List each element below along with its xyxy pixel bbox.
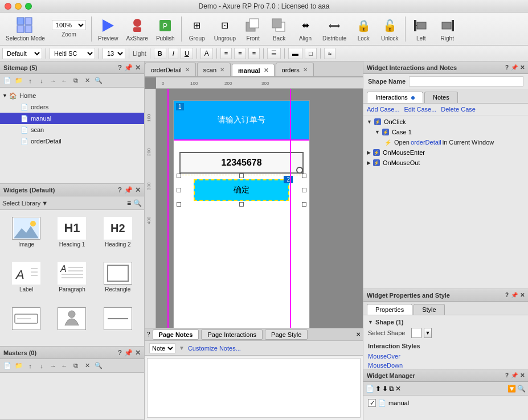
- wm-close-icon[interactable]: ✕: [520, 372, 525, 378]
- handle-bot-left[interactable]: [177, 202, 181, 207]
- rotation-handle[interactable]: [296, 167, 303, 174]
- handle-top-center[interactable]: [239, 174, 244, 178]
- wm-item-checkbox[interactable]: ✓: [368, 399, 376, 407]
- wp-help-icon[interactable]: ?: [505, 292, 509, 298]
- add-case-link[interactable]: Add Case...: [367, 106, 399, 113]
- sitemap-duplicate-button[interactable]: ⧉: [71, 76, 81, 86]
- delete-case-link[interactable]: Delete Case: [441, 106, 476, 113]
- wm-btn-3[interactable]: ⬇: [382, 385, 388, 393]
- handle-mid-right[interactable]: [302, 188, 306, 192]
- masters-indent-button[interactable]: →: [48, 361, 58, 371]
- sitemap-move-up-button[interactable]: ↑: [25, 76, 35, 86]
- font-select[interactable]: Heiti SC: [50, 48, 95, 59]
- wm-btn-4[interactable]: ⧉: [389, 385, 394, 393]
- group-button[interactable]: ⊞ Group: [185, 15, 210, 43]
- wm-btn-2[interactable]: ⬆: [375, 385, 381, 393]
- minimize-button[interactable]: [15, 3, 22, 10]
- masters-move-down-button[interactable]: ↓: [36, 361, 47, 371]
- masters-new-folder-button[interactable]: 📁: [14, 361, 24, 371]
- widgets-close-icon[interactable]: ✕: [135, 186, 141, 194]
- ungroup-button[interactable]: ⊡ Ungroup: [211, 15, 239, 43]
- masters-duplicate-button[interactable]: ⧉: [71, 361, 81, 371]
- wm-help-icon[interactable]: ?: [505, 372, 509, 378]
- masters-pin-icon[interactable]: 📌: [124, 349, 133, 357]
- tab-scan-close[interactable]: ✕: [220, 67, 224, 73]
- wi-tab-notes[interactable]: Notes: [424, 92, 458, 103]
- wm-btn-5[interactable]: ✕: [395, 385, 401, 393]
- wi-close-icon[interactable]: ✕: [520, 64, 525, 71]
- widgets-menu-button[interactable]: ≡: [127, 199, 131, 207]
- wp-tab-style[interactable]: Style: [414, 304, 444, 315]
- wm-item-manual[interactable]: ✓ 📄 manual: [363, 398, 528, 408]
- align-center-button[interactable]: ≡: [234, 48, 245, 59]
- mousedown-style-link[interactable]: MouseDown: [368, 361, 523, 369]
- sitemap-new-page-button[interactable]: 📄: [2, 76, 13, 86]
- tab-manual[interactable]: manual ✕: [232, 64, 275, 77]
- close-button[interactable]: [5, 3, 11, 10]
- selection-mode-button[interactable]: Selection Mode: [2, 15, 48, 43]
- shape-name-input[interactable]: [409, 76, 523, 87]
- axshare-button[interactable]: AxShare: [123, 15, 152, 43]
- wi-help-icon[interactable]: ?: [505, 64, 509, 71]
- widget-form[interactable]: [5, 305, 48, 341]
- customize-notes-link[interactable]: Customize Notes...: [188, 345, 241, 352]
- style-select[interactable]: Default: [2, 48, 42, 59]
- handle-bot-center[interactable]: [239, 202, 244, 207]
- italic-button[interactable]: I: [169, 48, 178, 59]
- underline-button[interactable]: U: [181, 48, 193, 59]
- widget-h1[interactable]: H1 Heading 1: [50, 215, 93, 257]
- wm-search-button[interactable]: 🔍: [517, 385, 526, 393]
- align-button[interactable]: ⬌ Align: [293, 15, 318, 43]
- tree-item-scan[interactable]: 📄 scan: [0, 124, 144, 135]
- tree-item-home[interactable]: ▼ 🏠 Home: [0, 90, 144, 101]
- masters-delete-button[interactable]: ✕: [82, 361, 92, 371]
- handle-top-right[interactable]: [302, 174, 306, 178]
- tab-orders[interactable]: orders ✕: [276, 63, 314, 76]
- bold-button[interactable]: B: [154, 48, 166, 59]
- tab-manual-close[interactable]: ✕: [264, 67, 268, 73]
- bottom-close-icon[interactable]: ✕: [356, 331, 361, 337]
- tab-orderdetail-close[interactable]: ✕: [185, 67, 190, 73]
- bullet-button[interactable]: ☰: [267, 48, 281, 59]
- shape-dropdown-button[interactable]: ▼: [424, 328, 432, 338]
- handle-bot-right[interactable]: [302, 202, 306, 207]
- sitemap-new-folder-button[interactable]: 📁: [14, 76, 24, 86]
- select-library-button[interactable]: Select Library ▼: [2, 200, 48, 207]
- border-button[interactable]: □: [305, 48, 317, 59]
- note-textarea[interactable]: [147, 358, 361, 418]
- canvas-textbox[interactable]: 12345678: [179, 152, 304, 174]
- shadow-button[interactable]: ≈: [324, 48, 335, 59]
- sitemap-outdent-button[interactable]: ←: [59, 76, 69, 86]
- tree-item-manual[interactable]: 📄 manual: [0, 113, 144, 124]
- font-color-button[interactable]: A: [200, 48, 213, 59]
- tab-orderdetail[interactable]: orderDetail ✕: [145, 63, 196, 76]
- left-button[interactable]: Left: [408, 15, 433, 43]
- sitemap-indent-button[interactable]: →: [48, 76, 58, 86]
- wi-pin-icon[interactable]: 📌: [511, 64, 518, 71]
- tab-page-notes[interactable]: Page Notes: [153, 330, 199, 340]
- widget-h2[interactable]: H2 Heading 2: [96, 215, 140, 257]
- front-button[interactable]: Front: [240, 15, 265, 43]
- widget-paragraph[interactable]: A Paragraph: [50, 260, 93, 302]
- masters-search-button[interactable]: 🔍: [93, 361, 104, 371]
- publish-button[interactable]: P Publish: [153, 15, 178, 43]
- align-right-button[interactable]: ≡: [248, 48, 260, 59]
- preview-button[interactable]: Preview: [95, 15, 122, 43]
- wm-pin-icon[interactable]: 📌: [511, 372, 518, 378]
- onclick-item[interactable]: ▼ ⚡ OnClick: [363, 117, 528, 127]
- align-left-button[interactable]: ≡: [220, 48, 232, 59]
- tree-item-orderdetail[interactable]: 📄 orderDetail: [0, 135, 144, 147]
- widget-guy[interactable]: [50, 305, 93, 341]
- tab-page-interactions[interactable]: Page Interactions: [201, 330, 263, 340]
- wi-tab-interactions[interactable]: Interactions: [367, 92, 423, 103]
- tab-page-style[interactable]: Page Style: [265, 330, 308, 340]
- wm-filter-button[interactable]: 🔽: [507, 385, 516, 393]
- lock-button[interactable]: 🔒 Lock: [351, 15, 376, 43]
- case1-item[interactable]: ▼ ⚡ Case 1: [363, 127, 528, 137]
- onmouseenter-item[interactable]: ▶ ⚡ OnMouseEnter: [363, 147, 528, 158]
- widget-image[interactable]: Image: [5, 215, 48, 257]
- wp-close-icon[interactable]: ✕: [520, 292, 525, 298]
- fill-button[interactable]: ▬: [288, 48, 302, 59]
- zoom-select[interactable]: 100%50%150%200%: [52, 20, 86, 30]
- unlock-button[interactable]: 🔓 Unlock: [377, 15, 402, 43]
